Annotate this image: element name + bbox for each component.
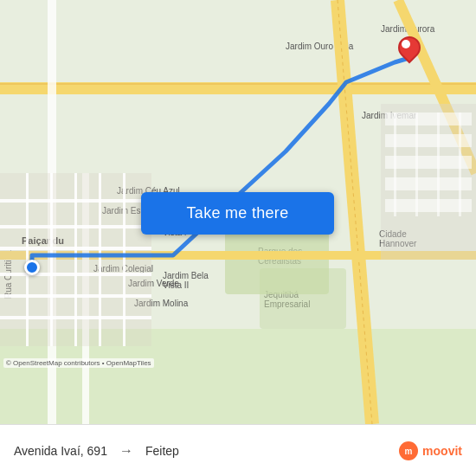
route-arrow: → <box>119 443 133 459</box>
take-me-there-label: Take me there <box>187 204 289 222</box>
moovit-icon: m <box>398 441 419 461</box>
destination-pin <box>398 36 417 61</box>
origin-dot <box>24 260 40 275</box>
map-attribution: © OpenStreetMap contributors • OpenMapTi… <box>3 358 154 368</box>
destination-label: Feitep <box>145 444 179 458</box>
moovit-logo: m moovit <box>398 441 462 461</box>
take-me-there-button[interactable]: Take me there <box>141 192 334 235</box>
origin-address: Avenida Ivaí, 691 <box>14 444 107 458</box>
svg-text:m: m <box>405 447 413 456</box>
bottom-bar: Avenida Ivaí, 691 → Feitep m moovit <box>0 424 476 476</box>
map-container: Jardim Ouro Cola Jardim Aurora Jardim Iv… <box>0 0 476 424</box>
moovit-text: moovit <box>422 444 462 458</box>
